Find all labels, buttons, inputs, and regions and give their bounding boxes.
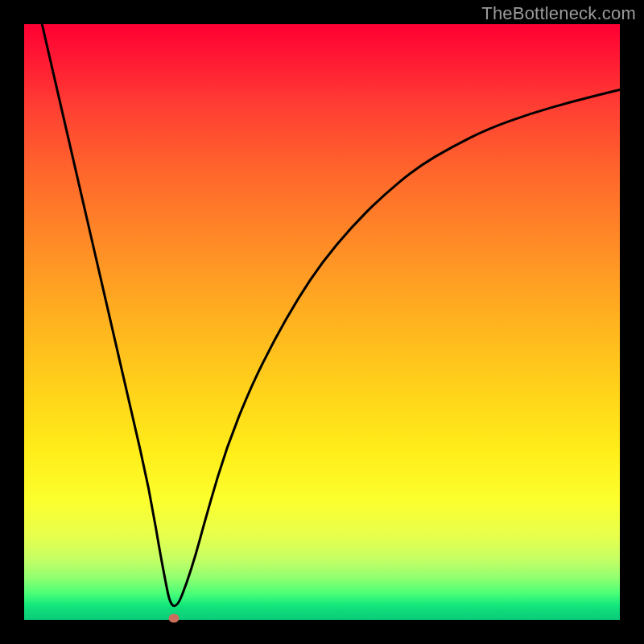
watermark-text: TheBottleneck.com (481, 3, 636, 24)
bottleneck-curve (42, 24, 620, 606)
plot-area (24, 24, 620, 620)
curve-svg (24, 24, 620, 620)
chart-frame: TheBottleneck.com (0, 0, 644, 644)
minimum-marker (169, 613, 180, 622)
